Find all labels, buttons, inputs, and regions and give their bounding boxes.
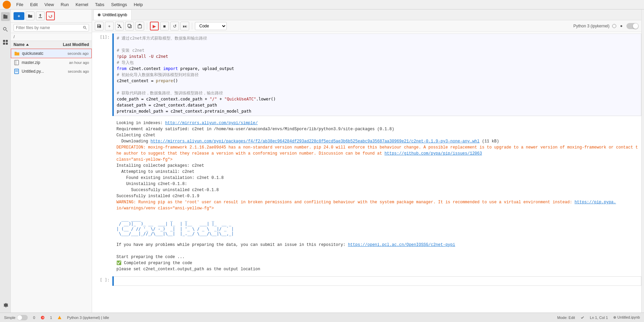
file-row[interactable]: quickuseatc seconds ago <box>11 49 92 58</box>
folder-icon <box>14 50 20 56</box>
svg-point-0 <box>3 27 6 30</box>
file-path: / <box>11 33 92 41</box>
simple-label: Simple <box>4 316 16 320</box>
kernel-info: Python 3 (ipykernel) <box>573 23 639 29</box>
svg-rect-6 <box>38 17 42 18</box>
upload-button[interactable] <box>36 12 45 20</box>
toggle-thumb <box>17 315 22 320</box>
toolbar-separator <box>192 23 192 29</box>
nb-toolbar: + ▶ <box>92 20 641 32</box>
search-input[interactable] <box>14 24 89 31</box>
sort-icon <box>26 43 29 46</box>
path-slash: / <box>14 34 15 39</box>
file-modified: seconds ago <box>55 69 89 73</box>
menu-kernel[interactable]: Kernel <box>73 1 91 8</box>
menu-edit[interactable]: Edit <box>27 1 40 8</box>
cursor-position: Ln 1, Col 1 <box>590 316 608 320</box>
paste-button[interactable] <box>135 22 144 30</box>
notebook-area: Untitled.ipynb + <box>92 9 641 313</box>
search-icon <box>83 26 87 30</box>
kernel-label: Python 3 (ipykernel) <box>573 24 609 28</box>
svg-rect-3 <box>6 40 8 42</box>
svg-rect-5 <box>6 43 8 45</box>
file-row[interactable]: master.zip an hour ago <box>11 58 92 67</box>
code-cell: [1]: # 通过c2net库方式获取模型、数据集和输出路径 # 安装 c2ne… <box>92 32 641 117</box>
svg-rect-9 <box>15 60 19 65</box>
output-cell: Looking in indexes: http://mirrors.aliyu… <box>92 117 641 275</box>
search-rail-icon[interactable] <box>1 25 10 34</box>
toolbar-separator <box>147 23 147 29</box>
copy-button[interactable] <box>125 22 134 30</box>
warning-count: 1 <box>50 316 52 320</box>
tab-label: Untitled.ipynb <box>103 13 127 17</box>
right-scrollbar[interactable] <box>641 9 644 313</box>
svg-text:✕: ✕ <box>42 316 44 319</box>
kernel-toggle[interactable] <box>626 23 639 29</box>
svg-rect-4 <box>3 43 5 45</box>
svg-rect-2 <box>3 40 5 42</box>
status-right: Mode: Edit Ln 1, Col 1 ⊕ Untitled.ipynb <box>557 315 640 320</box>
sidebar: + <box>11 9 92 313</box>
name-column-header[interactable]: Name <box>14 42 55 47</box>
mode-label: Mode: Edit <box>557 316 575 320</box>
icon-rail <box>0 9 11 313</box>
cell-output: Looking in indexes: http://mirrors.aliyu… <box>114 119 641 274</box>
new-button[interactable]: + <box>14 12 24 20</box>
cell-number-2: [ ]: <box>92 276 112 286</box>
add-cell-button[interactable]: + <box>105 22 114 30</box>
modified-column-header[interactable]: Last Modified <box>55 42 89 47</box>
file-modified: seconds ago <box>55 51 89 55</box>
notebook-tab[interactable]: Untitled.ipynb <box>93 9 132 20</box>
menu-view[interactable]: View <box>42 1 57 8</box>
file-table-header: Name Last Modified <box>11 41 92 49</box>
cell-input[interactable]: # 通过c2net库方式获取模型、数据集和输出路径 # 安装 c2net !pi… <box>114 33 641 116</box>
empty-cell: [ ]: <box>92 275 641 287</box>
file-name: quickuseatc <box>22 51 55 56</box>
menu-file[interactable]: File <box>14 1 26 8</box>
cell-number-empty <box>92 119 112 274</box>
zip-icon <box>14 60 20 66</box>
cell-type-select[interactable]: Code Markdown Raw <box>195 22 227 30</box>
search-bar <box>11 23 92 33</box>
cut-button[interactable] <box>115 22 124 30</box>
statusbar: Simple 0 ✕ 1 Python 3 (ipykernel) | Idle… <box>0 313 644 322</box>
sidebar-toolbar: + <box>11 9 92 23</box>
file-modified: an hour ago <box>55 61 89 65</box>
tab-bar: Untitled.ipynb <box>92 9 641 20</box>
menu-help[interactable]: Help <box>131 1 146 8</box>
app-logo <box>3 1 11 9</box>
cell-number: [1]: <box>92 33 112 116</box>
files-icon[interactable] <box>1 12 10 21</box>
run-cell-button[interactable]: ▶ <box>150 22 159 30</box>
fast-forward-button[interactable]: ⏭ <box>180 22 189 30</box>
extensions-icon[interactable] <box>1 38 10 47</box>
restart-button[interactable]: ↺ <box>170 22 179 30</box>
save-button[interactable] <box>95 22 104 30</box>
empty-cell-input[interactable] <box>114 276 641 286</box>
unsaved-dot <box>98 14 101 16</box>
extra-status: ⊕ Untitled.ipynb <box>613 315 640 320</box>
svg-rect-16 <box>128 24 131 27</box>
svg-rect-17 <box>138 25 142 28</box>
simple-toggle[interactable]: Simple <box>4 315 28 320</box>
warning-icon <box>58 316 62 320</box>
file-row[interactable]: Untitled.py... seconds ago <box>11 67 92 76</box>
error-count: 0 <box>33 316 35 320</box>
file-name: master.zip <box>22 60 55 65</box>
notebook-content[interactable]: [1]: # 通过c2net库方式获取模型、数据集和输出路径 # 安装 c2ne… <box>92 32 641 313</box>
menu-settings[interactable]: Settings <box>108 1 130 8</box>
kernel-status-text: Python 3 (ipykernel) | Idle <box>67 316 109 320</box>
menu-run[interactable]: Run <box>58 1 71 8</box>
open-folder-button[interactable] <box>26 12 35 20</box>
svg-line-8 <box>86 28 87 29</box>
settings-rail-icon[interactable] <box>1 301 10 310</box>
notebook-icon <box>14 68 20 74</box>
svg-point-7 <box>84 26 86 28</box>
file-name: Untitled.py... <box>22 69 55 74</box>
error-icon: ✕ <box>41 316 45 320</box>
menu-tabs[interactable]: Tabs <box>92 1 107 8</box>
stop-button[interactable]: ■ <box>160 22 169 30</box>
refresh-button[interactable] <box>46 12 55 20</box>
settings-icon[interactable] <box>619 24 624 28</box>
svg-line-1 <box>6 30 7 31</box>
